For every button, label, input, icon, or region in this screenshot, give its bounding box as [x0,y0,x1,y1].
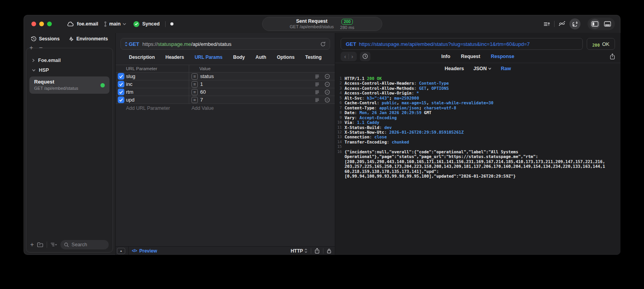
tab-auth[interactable]: Auth [255,55,266,60]
response-subtabs: HeadersJSONRaw [335,63,620,74]
sync-loop-icon[interactable] [558,21,566,27]
param-options-icon[interactable] [314,82,320,87]
chevron-right-icon [32,58,35,62]
remove-param-icon[interactable] [325,74,330,79]
param-value-field[interactable]: status [200,73,314,79]
subtab-json[interactable]: JSON [473,66,491,71]
code-line-text: 60,218,159,138,178,135,173,141],"upd": [345,169,441,174]
equals-icon: = [192,97,198,103]
remove-param-icon[interactable] [325,82,330,87]
subtab-raw[interactable]: Raw [501,66,511,71]
method-select-arrows-icon[interactable] [125,42,128,46]
tab-environments[interactable]: Environments [68,36,108,42]
forward-button[interactable]: › [349,52,356,61]
param-checkbox-checked[interactable] [118,73,124,80]
param-options-icon[interactable] [314,74,320,79]
sidebar: Sessions Environments + − [24,33,115,255]
url-path[interactable]: /api/embed/status [191,41,232,47]
response-raw-body[interactable]: 1HTTP/1.1 200 OK2Access-Control-Allow-He… [335,74,620,255]
project-switcher[interactable]: foe.email [67,21,98,27]
sync-status[interactable]: Synced [133,21,159,27]
add-request-button[interactable]: + [30,241,34,248]
preview-button[interactable]: </> Preview [132,248,157,254]
import-export-button[interactable] [569,18,580,29]
resend-request-icon[interactable] [320,41,326,47]
zoom-window-button[interactable] [47,22,52,26]
subtab-headers[interactable]: Headers [445,66,464,71]
request-tree: Foe.email HSP Request GET /api/embed/sta… [26,48,113,94]
remove-session-button[interactable]: − [39,45,42,51]
protocol-select[interactable]: HTTP [291,248,307,254]
tree-group-hsp[interactable]: HSP [26,65,113,75]
tab-options[interactable]: Options [277,55,294,60]
toggle-bottom-panel-button[interactable] [602,19,613,29]
history-clock-button[interactable] [360,52,370,61]
request-editor-tabs: DescriptionHeadersURL ParamsBodyAuthOpti… [116,50,335,65]
remove-param-icon[interactable] [325,89,330,95]
param-name-field[interactable]: upd [126,97,189,103]
equals-icon: = [192,81,198,87]
param-name-field[interactable]: inc [126,81,189,87]
response-status-text: OK [602,41,609,47]
tab-url-params[interactable]: URL Params [195,55,223,60]
code-line: 4Access-Control-Allow-Origin: * [335,91,620,95]
code-line: 7Content-Type: application/json; charset… [335,105,620,110]
request-item-subtitle: GET /api/embed/status [34,86,105,91]
lock-icon[interactable] [327,248,331,254]
environments-label: Environments [77,36,108,42]
request-queue-icon[interactable] [544,21,550,27]
toggle-sidebar-button[interactable] [590,19,600,29]
share-icon[interactable] [315,248,319,254]
export-response-icon[interactable] [610,53,615,60]
sidebar-search-input[interactable]: Search [60,240,109,249]
tab-headers[interactable]: Headers [166,55,184,60]
tree-group-label: HSP [39,67,49,73]
tab-response[interactable]: Response [491,54,514,59]
titlebar: foe.email main Synced Sent Request GET /… [24,15,620,33]
sent-request-url-box[interactable]: GET https://statuspage.me/api/embed/stat… [341,38,583,50]
back-button[interactable]: ‹ [342,52,348,61]
request-list-item-selected[interactable]: Request GET /api/embed/status [29,76,109,94]
remove-param-icon[interactable] [325,97,330,103]
param-checkbox-checked[interactable] [118,81,124,87]
add-value-placeholder[interactable]: Add Value [192,105,214,111]
sort-filter-icon[interactable] [50,242,57,247]
add-param-placeholder[interactable]: Add URL Parameter [126,105,192,111]
request-method[interactable]: GET [129,41,139,47]
close-window-button[interactable] [31,22,36,26]
minimize-window-button[interactable] [39,22,44,26]
tab-testing[interactable]: Testing [305,55,322,60]
request-url-bar[interactable]: GET https://statuspage.me/api/embed/stat… [120,38,330,50]
code-line: 203,257,225,165,250,173,204,223,158,208,… [335,164,620,169]
param-name-field[interactable]: slug [126,73,189,79]
tab-sessions[interactable]: Sessions [31,36,60,42]
response-tabs: InfoRequestResponse [441,54,514,59]
branch-switcher[interactable]: main [104,21,126,27]
param-name-field[interactable]: rtm [126,89,189,95]
add-session-button[interactable]: + [29,45,33,51]
code-line-text: Vary: Accept-Encoding [345,115,399,120]
line-number: 15 [335,144,345,149]
param-checkbox-checked[interactable] [118,96,124,103]
param-options-icon[interactable] [314,98,320,102]
url-host[interactable]: statuspage.me [158,41,191,47]
tab-request[interactable]: Request [461,54,480,59]
footer-divider [323,248,323,254]
tab-info[interactable]: Info [441,54,451,59]
tab-description[interactable]: Description [129,55,155,60]
url-scheme[interactable]: https:// [142,41,158,47]
param-checkbox-checked[interactable] [118,89,124,95]
param-row: rtm=60 [116,88,335,96]
tree-group-foe-email[interactable]: Foe.email [26,55,113,65]
param-options-icon[interactable] [314,90,320,95]
new-folder-icon[interactable] [37,242,44,247]
code-line-text [345,144,347,149]
param-value-field[interactable]: 7 [200,97,314,103]
param-value-field[interactable]: 1 [200,81,314,87]
code-line: 11X-Status-Build: dev [335,125,620,130]
collapse-panel-button[interactable]: ▲ [117,248,125,254]
select-arrows-icon [305,249,307,253]
param-value-field[interactable]: 60 [200,89,314,95]
tab-body[interactable]: Body [233,55,245,60]
request-summary-pill[interactable]: Sent Request GET /api/embed/status 200 2… [262,17,382,31]
